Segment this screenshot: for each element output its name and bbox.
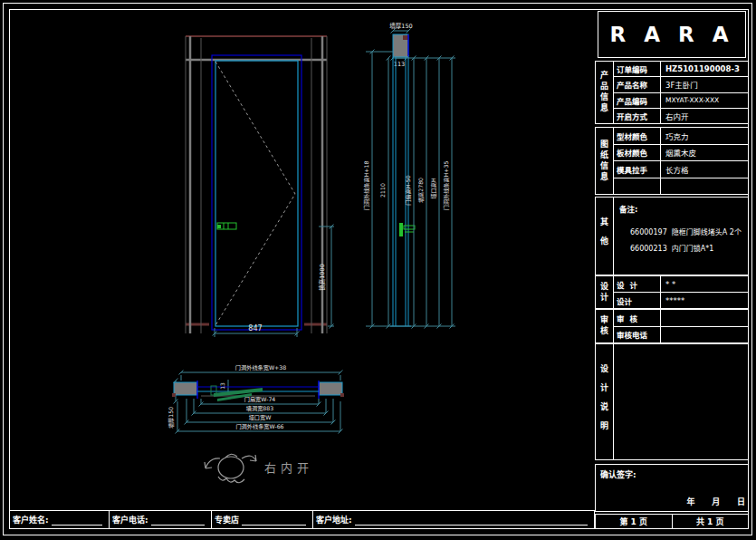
store-label: 专卖店: [215, 514, 239, 526]
plan-right-jamb: [319, 381, 344, 399]
door-vertical-section: 墙厚150 113 门洞外线条高H+18 2110 门扇高H-50 墙高2: [363, 22, 455, 329]
title-block: R A R A 产品信息 订单编码 HZ5101190008-3 产品名称 3F…: [595, 9, 749, 529]
field-value: HZ5101190008-3: [661, 62, 748, 76]
height-dim-text: 墙高2780: [417, 178, 425, 203]
design-notes-box: [614, 344, 748, 459]
door-elevation: 847 锁高1000: [186, 36, 334, 337]
info-row: 模具拉手 长方格: [614, 161, 748, 178]
store-cell: 专卖店: [212, 511, 313, 528]
door-handle: [217, 223, 236, 229]
customer-address-cell: 客户地址:: [313, 511, 594, 528]
plan-wall-thickness-dim-text: 墙厚150: [167, 407, 175, 429]
door-plan-section: 门洞外线条宽W+38: [167, 364, 344, 434]
hinge-offset-dim-text: 13: [219, 382, 225, 390]
info-row: 订单编码 HZ5101190008-3: [614, 62, 748, 77]
plan-width-dim-text: 门洞外线条宽W-66: [235, 423, 283, 430]
info-row: 板材颜色 烟熏木皮: [614, 145, 748, 162]
field-value: [661, 327, 748, 343]
field-value: MXYAT-XXX-XXX: [661, 93, 748, 108]
info-row: 产品编码 MXYAT-XXX-XXX: [614, 93, 748, 109]
section-hinges: [399, 223, 415, 236]
page-number: 第 1 页: [596, 515, 673, 528]
info-row: 审 核: [614, 310, 748, 327]
review-section-label: 审核: [596, 310, 614, 342]
door-leaf-outer: [212, 55, 301, 330]
cad-sheet: 847 锁高1000 墙厚150 113: [0, 0, 756, 540]
field-label: 审核电话: [614, 327, 661, 343]
note-label: 备注:: [619, 203, 637, 214]
field-value: *****: [661, 293, 748, 308]
swing-direction-symbol: [205, 454, 256, 483]
review-section: 审核 审 核 审核电话: [595, 309, 749, 343]
plan-width-dim-text: 门扇宽W-74: [244, 396, 276, 403]
field-label: 型材颜色: [614, 128, 661, 144]
customer-name-label: 客户姓名:: [13, 514, 49, 526]
design-notes-section-label: 设计说明: [596, 344, 614, 459]
field-value: 长方格: [661, 161, 748, 178]
drawing-info-section-label: 图纸信息: [596, 128, 614, 194]
field-value: 3F主卧门: [661, 77, 748, 92]
wall-thickness-dim-text: 墙厚150: [389, 22, 412, 30]
store-blank: [242, 515, 306, 526]
notes-box: 备注: 66000197 隐框门脚线堵头A 2个 66000213 内门门锁A*…: [614, 198, 748, 275]
customer-address-label: 客户地址:: [316, 514, 352, 526]
customer-name-blank: [52, 515, 102, 526]
signature-date-line: 年 月 日: [686, 496, 745, 507]
info-row: 设 计 * *: [614, 276, 748, 293]
frame-thin-lines: [186, 36, 327, 333]
customer-name-cell: 客户姓名:: [10, 511, 110, 528]
design-notes-section: 设计说明: [595, 343, 749, 460]
info-row: [614, 178, 748, 195]
height-dim-text: 垭口高H: [430, 178, 437, 199]
note-item: 66000197 隐框门脚线堵头A 2个: [630, 227, 742, 236]
head-profile-seal: [403, 35, 408, 40]
brand-logo: R A R A: [598, 11, 746, 58]
customer-strip: 客户姓名: 客户电话: 专卖店 客户地址:: [9, 510, 595, 529]
design-section-label: 设计: [596, 276, 614, 308]
field-label: [614, 178, 661, 195]
cad-drawing: 847 锁高1000 墙厚150 113: [0, 0, 598, 510]
info-row: 型材颜色 巧克力: [614, 128, 748, 145]
page-footer: 第 1 页 共 1 页: [595, 514, 749, 529]
field-value: * *: [661, 276, 748, 292]
field-label: 审 核: [614, 310, 661, 326]
signature-section: 确认签字: 年 月 日: [595, 464, 749, 512]
swing-dashed-lines: [215, 62, 295, 325]
plan-width-dim-text: 垭口宽W: [249, 414, 272, 421]
swing-direction-label: 右内开: [264, 461, 313, 475]
field-label: 产品编码: [614, 93, 661, 108]
signature-label: 确认签字:: [600, 468, 636, 480]
field-label: 订单编码: [614, 62, 661, 76]
field-label: 模具拉手: [614, 161, 661, 178]
product-info-section: 产品信息 订单编码 HZ5101190008-3 产品名称 3F主卧门 产品编码…: [595, 61, 749, 124]
info-row: 审核电话: [614, 327, 748, 343]
height-dim-text: 2110: [379, 183, 386, 198]
customer-phone-blank: [151, 515, 205, 526]
field-value: 烟熏木皮: [661, 145, 748, 161]
frame-thick-lines: [186, 36, 327, 333]
plan-width-dim-text: 墙洞宽883: [246, 405, 273, 412]
product-info-section-label: 产品信息: [596, 62, 614, 123]
field-label: 产品名称: [614, 77, 661, 92]
field-value: [661, 178, 748, 195]
design-section: 设计 设 计 * * 设计 *****: [595, 275, 749, 309]
plan-outer-width-dim-text: 门洞外线条宽W+38: [235, 364, 286, 371]
height-dim-text: 门扇高H-50: [405, 175, 412, 205]
signature-box: 确认签字: 年 月 日: [596, 465, 748, 511]
customer-phone-cell: 客户电话:: [110, 511, 212, 528]
lock-height-dim-text: 锁高1000: [318, 264, 326, 291]
elevation-width-dim-text: 847: [248, 324, 262, 333]
customer-phone-label: 客户电话:: [112, 514, 148, 526]
drawing-info-section: 图纸信息 型材颜色 巧克力 板材颜色 烟熏木皮 模具拉手 长方格: [595, 127, 749, 195]
info-row: 产品名称 3F主卧门: [614, 77, 748, 92]
field-value: 右内开: [661, 109, 748, 123]
page-total: 共 1 页: [673, 515, 749, 528]
info-row: 开启方式 右内开: [614, 109, 748, 123]
field-label: 板材颜色: [614, 145, 661, 161]
door-leaf-inner: [215, 61, 298, 326]
field-label: 设 计: [614, 276, 661, 292]
info-row: 设计 *****: [614, 293, 748, 308]
field-label: 开启方式: [614, 109, 661, 123]
note-item: 66000213 内门门锁A*1: [630, 243, 713, 253]
height-dim-text: 门洞外线条高H+35: [443, 161, 450, 211]
